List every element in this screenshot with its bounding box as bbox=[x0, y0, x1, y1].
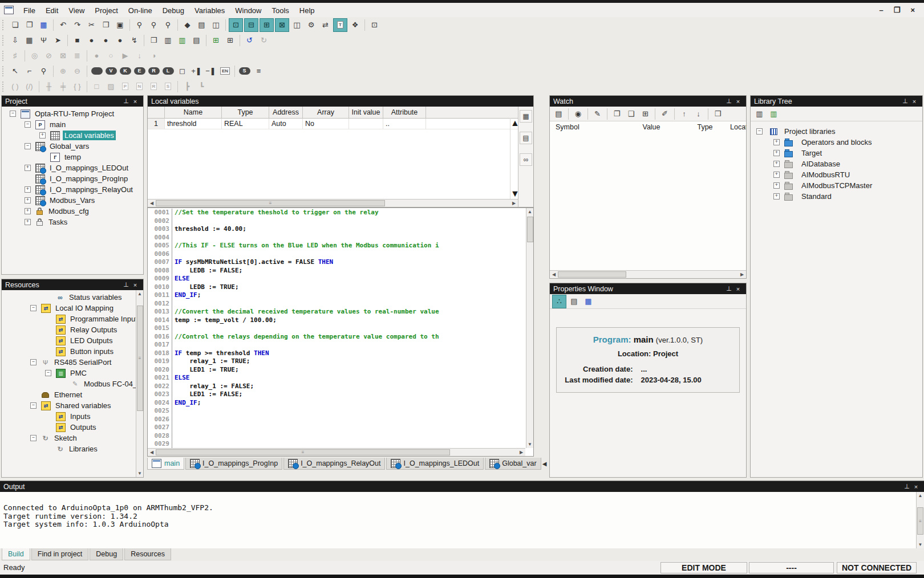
debug-breakpoints-icon[interactable]: ◑ bbox=[147, 50, 160, 62]
editor-tab-i-o-mappings-relayout[interactable]: I_O_mappings_RelayOut bbox=[283, 458, 385, 470]
sfc-box-icon[interactable]: S bbox=[238, 65, 251, 78]
options-icon[interactable]: ⚙ bbox=[305, 19, 318, 31]
navigate-back-icon[interactable]: ↺ bbox=[243, 34, 256, 47]
memory-view-icon[interactable]: ≣ bbox=[71, 50, 84, 62]
minimize-icon[interactable]: – bbox=[880, 6, 884, 14]
bottom-tab-resources[interactable]: Resources bbox=[124, 548, 171, 560]
tree-item-inputs[interactable]: Inputs bbox=[2, 411, 136, 422]
cross-reference-toggle-icon[interactable]: ❖ bbox=[348, 19, 362, 31]
navigate-forward-icon[interactable]: ↻ bbox=[257, 34, 270, 47]
scheme-toggle-icon[interactable]: ⇄ bbox=[319, 19, 332, 31]
save-project-icon[interactable]: ▦ bbox=[37, 19, 50, 31]
scroll-up-icon[interactable]: ▲ bbox=[917, 492, 924, 499]
cell[interactable]: threshold bbox=[165, 119, 222, 129]
toolbar-grip[interactable] bbox=[2, 66, 6, 76]
scrollbar-thumb[interactable]: ≡ bbox=[156, 449, 450, 455]
tree-item-sketch[interactable]: −Sketch bbox=[2, 433, 136, 443]
new-project-icon[interactable]: ❏ bbox=[9, 19, 22, 31]
tree-item-global-vars[interactable]: −Global_vars bbox=[2, 141, 143, 152]
object-browser-icon[interactable]: ◆ bbox=[181, 19, 194, 31]
scrollbar-thumb[interactable]: ≡ bbox=[917, 507, 923, 535]
scrollbar-thumb[interactable] bbox=[527, 217, 533, 242]
contact-icon[interactable]: ╫ bbox=[42, 80, 55, 93]
close-icon[interactable]: × bbox=[733, 286, 743, 292]
simulation-mode-icon[interactable]: ▦ bbox=[23, 34, 36, 47]
tree-item-project-libraries[interactable]: −Project libraries bbox=[751, 126, 922, 137]
negated-coil-icon[interactable]: (/) bbox=[23, 80, 36, 93]
menu-project[interactable]: Project bbox=[90, 5, 123, 17]
scroll-down-icon[interactable]: ▼ bbox=[136, 470, 143, 477]
table-vertical-scrollbar[interactable]: ▲ ▼ bbox=[510, 118, 518, 199]
zoom-in-icon[interactable]: ⊕ bbox=[56, 65, 70, 78]
project-options-icon[interactable]: ❒ bbox=[147, 34, 160, 47]
debug-run-icon[interactable]: ▶ bbox=[119, 50, 132, 62]
negated-box-icon[interactable]: ▨ bbox=[104, 80, 117, 93]
download-disabled-icon[interactable]: ⊠ bbox=[56, 50, 70, 62]
connection-tool-icon[interactable]: ⌐ bbox=[23, 65, 36, 78]
watch-save-icon[interactable]: ❑ bbox=[625, 108, 638, 120]
expander-icon[interactable]: − bbox=[30, 305, 37, 311]
expander-icon[interactable]: + bbox=[773, 161, 780, 167]
bottom-tab-build[interactable]: Build bbox=[2, 548, 30, 560]
watch-move-up-icon[interactable]: ↑ bbox=[678, 108, 691, 120]
tree-item-opta-rtu-temp-project[interactable]: −Opta-RTU-Temp Project bbox=[2, 108, 143, 119]
close-icon[interactable]: × bbox=[733, 98, 743, 105]
watch-list-icon[interactable]: ▤ bbox=[552, 108, 565, 120]
tree-item-ethernet[interactable]: Ethernet bbox=[2, 389, 136, 400]
branch-end-icon[interactable]: ┗ bbox=[195, 80, 208, 93]
scrollbar-thumb[interactable] bbox=[558, 271, 626, 278]
find-in-list-button[interactable]: ∞ bbox=[520, 153, 532, 166]
scroll-down-icon[interactable]: ▼ bbox=[917, 541, 924, 548]
menu-help[interactable]: Help bbox=[294, 5, 320, 17]
grid-mode-icon[interactable]: ⊞ bbox=[224, 34, 237, 47]
branch-icon[interactable]: ┣ bbox=[181, 80, 194, 93]
menu-on-line[interactable]: On-line bbox=[123, 5, 157, 17]
run-mode-icon[interactable]: ➤ bbox=[51, 34, 64, 47]
cell[interactable]: .. bbox=[383, 119, 426, 129]
toolbar-grip[interactable] bbox=[2, 51, 6, 61]
library-window-toggle-icon[interactable]: ⊠ bbox=[275, 18, 289, 32]
st-code-editor[interactable]: 0001000200030004000500060007000800090010… bbox=[147, 207, 534, 457]
tree-item-modbus-cfg[interactable]: +Modbus_cfg bbox=[2, 206, 143, 217]
scroll-right-icon[interactable]: ▶ bbox=[517, 449, 525, 456]
toolbar-grip[interactable] bbox=[2, 35, 6, 46]
fullscreen-toggle-icon[interactable]: ⊡ bbox=[368, 19, 381, 31]
tree-item-outputs[interactable]: Outputs bbox=[2, 422, 136, 433]
cell[interactable] bbox=[349, 119, 383, 129]
tree-item-tasks[interactable]: +Tasks bbox=[2, 217, 143, 227]
tree-item-i-o-mappings-proginp[interactable]: I_O_mappings_ProgInp bbox=[2, 173, 143, 184]
editor-tab-i-o-mappings-proginp[interactable]: I_O_mappings_ProgInp bbox=[185, 458, 282, 470]
editor-tab-main[interactable]: main bbox=[147, 458, 184, 470]
expander-icon[interactable]: + bbox=[773, 182, 780, 189]
properties-save-icon[interactable]: ▦ bbox=[582, 295, 595, 308]
redo-icon[interactable]: ↷ bbox=[71, 19, 84, 31]
tree-item-modbus-vars[interactable]: +Modbus_Vars bbox=[2, 195, 143, 206]
hot-restart-icon[interactable]: ● bbox=[114, 34, 127, 47]
tree-item-shared-variables[interactable]: −Shared variables bbox=[2, 400, 136, 411]
bottom-tab-find-in-project[interactable]: Find in project bbox=[31, 548, 89, 560]
cell[interactable]: 1 bbox=[148, 119, 165, 129]
source-browser-toggle-icon[interactable]: ◫ bbox=[290, 19, 303, 31]
block-expr-icon[interactable]: E bbox=[133, 65, 146, 78]
copy-icon[interactable]: ❒ bbox=[99, 19, 112, 31]
pin-icon[interactable]: ⊥ bbox=[724, 97, 733, 105]
block-jump-icon[interactable]: L bbox=[161, 65, 175, 78]
connect-target-icon[interactable]: Ψ bbox=[37, 34, 50, 47]
s-box-icon[interactable]: S bbox=[161, 80, 175, 93]
watch-window-toggle-icon[interactable]: ⊞ bbox=[260, 18, 274, 32]
block-var-icon[interactable]: V bbox=[104, 65, 117, 78]
output-window-toggle-icon[interactable]: ⊟ bbox=[244, 18, 258, 32]
print-icon[interactable]: ▤ bbox=[195, 19, 208, 31]
watch-horizontal-scrollbar[interactable]: ◀ ▶ bbox=[550, 270, 746, 278]
tree-item-aidatabase[interactable]: +AIDatabase bbox=[751, 158, 922, 169]
tree-item-local-variables[interactable]: +Local variables bbox=[2, 130, 143, 141]
close-icon[interactable]: × bbox=[131, 282, 140, 288]
scroll-up-icon[interactable]: ▲ bbox=[526, 208, 533, 215]
tree-item-libraries[interactable]: Libraries bbox=[2, 443, 136, 454]
scrollbar-thumb[interactable]: ≡ bbox=[156, 200, 385, 206]
tree-item-programmable-inputs[interactable]: Programmable Inputs bbox=[2, 314, 136, 324]
expander-icon[interactable]: − bbox=[30, 402, 37, 409]
project-window-toggle-icon[interactable]: ⊡ bbox=[229, 18, 243, 32]
expander-icon[interactable]: + bbox=[39, 132, 46, 139]
tree-item-i-o-mappings-ledout[interactable]: +I_O_mappings_LEDOut bbox=[2, 162, 143, 173]
